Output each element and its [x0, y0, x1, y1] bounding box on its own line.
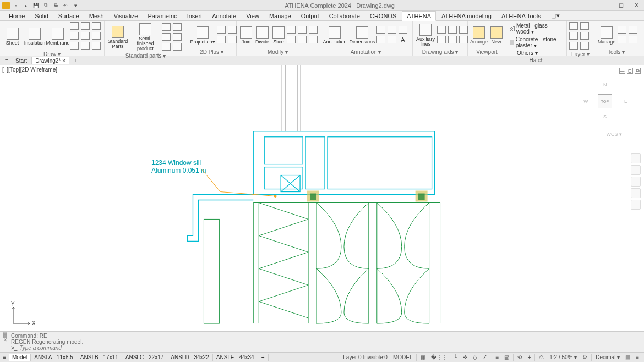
draw-tool-2[interactable] [81, 22, 90, 30]
auxlines-button[interactable]: Auxiliary lines [415, 23, 436, 48]
anno-tool-5[interactable] [388, 36, 396, 43]
draw-tool-8[interactable] [81, 42, 90, 50]
layer-tool-5[interactable] [569, 42, 578, 50]
aid-tool-6[interactable] [459, 36, 468, 43]
panel-layer-label[interactable]: Layer ▾ [569, 51, 592, 58]
divide-button[interactable]: Divide [254, 25, 270, 46]
tab-extra-icon[interactable]: ▢▾ [547, 11, 564, 20]
draw-tool-4[interactable] [70, 32, 79, 40]
save-icon[interactable]: 💾 [32, 2, 40, 9]
layout-ansi-d[interactable]: ANSI D - 34x22 [167, 354, 212, 361]
panel-drawingaids-label[interactable]: Drawing aids ▾ [415, 48, 465, 56]
layer-tool-1[interactable] [569, 22, 578, 30]
aid-tool-4[interactable] [437, 36, 446, 43]
tab-parametric[interactable]: Parametric [143, 12, 181, 20]
close-button[interactable]: ✕ [631, 2, 642, 9]
projection-button[interactable]: Projection▾ [189, 25, 216, 46]
insulation-button[interactable]: Insulation [24, 26, 46, 47]
ucs-icon[interactable]: X Y [8, 301, 35, 329]
grid-toggle-icon[interactable]: ▦ [419, 354, 427, 360]
app-menu-icon[interactable] [2, 2, 10, 9]
modify-tool-3[interactable] [309, 26, 318, 34]
doc-menu-icon[interactable]: ≡ [2, 57, 11, 64]
tab-athena-tools[interactable]: ATHENA Tools [497, 12, 545, 20]
tab-visualize[interactable]: Visualize [110, 12, 143, 20]
anno-tool-1[interactable] [376, 26, 385, 34]
layout-add[interactable]: + [258, 354, 269, 361]
status-layer[interactable]: Layer 0 Invisible:0 [341, 354, 389, 360]
tab-home[interactable]: Home [4, 12, 29, 20]
draw-tool-9[interactable] [92, 42, 101, 50]
stdpart-tool-1[interactable] [162, 23, 171, 31]
modify-tool-2[interactable] [298, 26, 307, 34]
manage-button[interactable]: Manage [597, 25, 616, 46]
anno-tool-3[interactable] [399, 26, 407, 34]
layer-tool-6[interactable] [580, 42, 589, 50]
status-space[interactable]: MODEL [391, 354, 414, 360]
tab-solid[interactable]: Solid [30, 12, 52, 20]
annoscale-icon[interactable]: ⚖ [537, 354, 545, 360]
command-input[interactable] [19, 345, 641, 351]
saveas-icon[interactable]: ⧉ [42, 2, 50, 9]
2dplus-tool-3[interactable] [217, 36, 226, 43]
modify-tool-4[interactable] [287, 36, 296, 43]
arrange-button[interactable]: Arrange [470, 25, 488, 46]
semifinished-button[interactable]: Semi-finished product [130, 22, 161, 52]
print-icon[interactable]: 🖶 [52, 2, 59, 9]
new-viewport-button[interactable]: New [489, 25, 504, 46]
polar-toggle-icon[interactable]: ✛ [461, 354, 469, 360]
hatch-others[interactable]: Others ▾ [509, 50, 539, 57]
stdpart-tool-3[interactable] [162, 33, 171, 41]
osnap-toggle-icon[interactable]: ◇ [471, 354, 479, 360]
new-tab-button[interactable]: + [70, 57, 80, 64]
text-tool[interactable]: A [399, 36, 407, 43]
layer-tool-2[interactable] [580, 22, 589, 30]
draw-tool-6[interactable] [92, 32, 101, 40]
layout-ansi-b[interactable]: ANSI B - 17x11 [77, 354, 122, 361]
draw-tool-5[interactable] [81, 32, 90, 40]
tools-2[interactable] [629, 26, 637, 34]
panel-modify-label[interactable]: Modify ▾ [239, 48, 316, 56]
panel-2dplus-label[interactable]: 2D Plus ▾ [189, 48, 234, 56]
tools-3[interactable] [618, 36, 626, 43]
layout-ansi-a[interactable]: ANSI A - 11x8.5 [31, 354, 77, 361]
stdpart-tool-6[interactable] [173, 43, 182, 51]
drawing-canvas[interactable]: [–][Top][2D Wireframe] — ◻ ⧉ N S W E TOP… [0, 65, 644, 334]
maximize-button[interactable]: ◻ [615, 2, 626, 9]
2dplus-tool-1[interactable] [217, 26, 226, 34]
modify-tool-1[interactable] [287, 26, 296, 34]
stdpart-tool-2[interactable] [173, 23, 182, 31]
dimensions-button[interactable]: Dimensions [349, 25, 375, 46]
anno-tool-2[interactable] [388, 26, 396, 34]
layout-ansi-c[interactable]: ANSI C - 22x17 [122, 354, 167, 361]
layout-ansi-e[interactable]: ANSI E - 44x34 [213, 354, 258, 361]
aid-tool-1[interactable] [437, 26, 446, 34]
tab-view[interactable]: View [242, 12, 264, 20]
stdpart-tool-5[interactable] [162, 43, 171, 51]
layout-menu-icon[interactable]: ≡ [0, 354, 9, 360]
aid-tool-5[interactable] [448, 36, 457, 43]
tab-manage[interactable]: Manage [265, 12, 296, 20]
tab-insert[interactable]: Insert [183, 12, 207, 20]
ortho-toggle-icon[interactable]: └ [451, 354, 459, 360]
tab-output[interactable]: Output [297, 12, 324, 20]
tools-4[interactable] [629, 36, 637, 43]
redo-icon[interactable]: ▾ [72, 2, 79, 9]
slice-button[interactable]: Slice [271, 25, 286, 46]
tab-cronos[interactable]: CRONOS [365, 12, 401, 20]
panel-tools-label[interactable]: Tools ▾ [597, 48, 636, 56]
modify-tool-5[interactable] [298, 36, 307, 43]
modify-tool-6[interactable] [309, 36, 318, 43]
stdpart-tool-4[interactable] [173, 33, 182, 41]
anno-tool-4[interactable] [376, 36, 385, 43]
hatch-concrete[interactable]: Concrete - stone - plaster ▾ [509, 36, 564, 49]
2dplus-tool-4[interactable] [228, 36, 237, 43]
2dplus-tool-2[interactable] [228, 26, 237, 34]
open-icon[interactable]: ▸ [22, 2, 30, 9]
sheet-button[interactable]: Sheet [2, 26, 23, 47]
units-readout[interactable]: Decimal ▾ [594, 354, 621, 360]
layer-tool-4[interactable] [580, 32, 589, 40]
tab-annotate[interactable]: Annotate [208, 12, 241, 20]
tab-athena[interactable]: ATHENA [402, 11, 436, 21]
close-tab-icon[interactable]: × [62, 58, 66, 64]
